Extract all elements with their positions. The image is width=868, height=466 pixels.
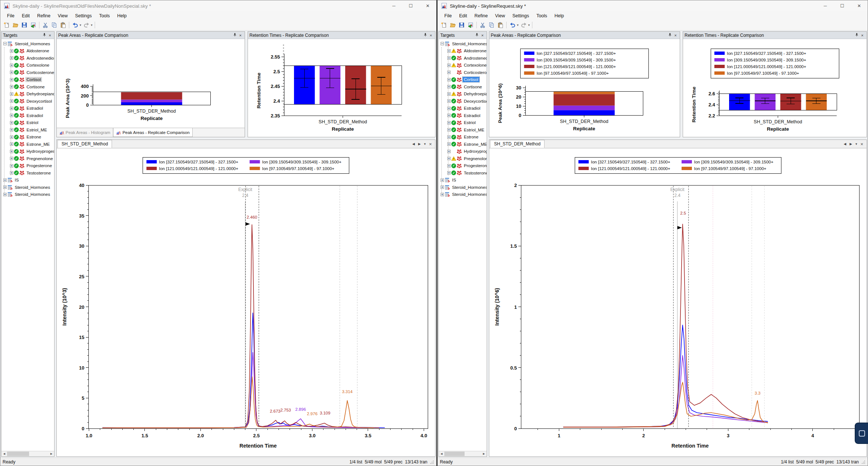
target-row[interactable]: Aldosterone [439,47,487,55]
undo-dropdown-icon[interactable]: ▾ [517,23,519,27]
target-row[interactable]: ✓Estrone [1,134,54,141]
close-button[interactable]: ✕ [851,0,868,11]
expand-box-icon[interactable] [447,49,451,53]
scroll-left-icon[interactable]: ◀ [1,451,7,456]
target-row[interactable]: ✓Estrone_ME [1,141,54,148]
import-results-icon[interactable] [466,21,475,29]
target-label[interactable]: Aldosterone [25,48,50,53]
retention-times-chart[interactable]: Ion [327.150549/327.150549] - 327.1500+I… [683,39,867,137]
expand-box-icon[interactable] [447,107,451,110]
scroll-left-icon[interactable]: ◀ [439,451,444,456]
target-label[interactable]: Estrone [25,134,42,140]
target-row[interactable]: ✓Estriol_ME [1,126,54,134]
target-row[interactable]: ✓Deoxycortisol [439,98,487,105]
peak-areas-plot[interactable]: Ion [327.150549/327.150549] - 327.1500+I… [489,39,680,137]
target-label[interactable]: Cortisone [463,84,483,89]
target-root-row[interactable]: Steroid_Hormones [1,40,54,47]
target-row[interactable]: ✓Estriol_ME [439,126,487,134]
expand-box-icon[interactable] [10,99,13,103]
copy-icon[interactable] [50,21,59,29]
target-label[interactable]: Testosterone [25,170,52,176]
expand-box-icon[interactable] [447,171,451,174]
target-label[interactable]: Estriol_ME [463,127,486,133]
menu-tools[interactable]: Tools [95,13,113,18]
target-row[interactable]: Hydroxyprogester [439,148,487,155]
target-row[interactable]: Pregnenolone [439,155,487,162]
target-row[interactable]: ✓Estradiol [1,112,54,119]
target-list-label[interactable]: Steroid_Hormones [451,185,487,190]
menu-settings[interactable]: Settings [71,13,95,18]
expand-box-icon[interactable] [447,64,451,67]
close-button[interactable]: ✕ [419,0,436,11]
target-label[interactable]: Cortisol [463,77,479,82]
chromatogram-plot[interactable]: Ion [327.150549/327.150549] - 327.1500+I… [57,148,435,456]
retention-times-plot[interactable]: Ion [327.150549/327.150549] - 327.1500+I… [683,39,867,137]
pin-icon[interactable] [667,33,673,38]
target-list-label[interactable]: Steroid_Hormones [14,192,51,197]
tab-menu-icon[interactable]: ▾ [855,142,857,146]
title-bar[interactable]: Skyline-daily - SkylineRequest.sky * ─ ☐… [438,0,868,11]
menu-help[interactable]: Help [551,13,568,18]
target-list-label[interactable]: IS [14,177,20,183]
close-icon[interactable]: × [428,33,434,38]
target-label[interactable]: Estrone [463,134,480,140]
menu-file[interactable]: File [3,13,18,18]
target-row[interactable]: ✓Cortisone [439,83,487,91]
target-label[interactable]: Corticosterone [463,70,487,75]
target-row[interactable]: Dehydroepiandros [439,91,487,98]
tab-replicate[interactable]: SH_STD_DER_Method [57,140,112,148]
expand-box-icon[interactable] [441,193,444,196]
expand-box-icon[interactable] [447,121,451,124]
redo-dropdown-icon[interactable]: ▾ [91,23,93,27]
target-list-row[interactable]: IS [1,177,54,184]
redo-icon[interactable] [519,21,528,29]
target-list-row[interactable]: IS [439,177,487,184]
menu-refine[interactable]: Refine [34,13,54,18]
expand-box-icon[interactable] [447,71,451,74]
target-label[interactable]: Cortexolone [25,63,50,68]
menu-view[interactable]: View [491,13,509,18]
tab-peak-areas-histogram[interactable]: Peak Areas - Histogram [57,128,113,137]
target-label[interactable]: Estradiol [25,113,44,118]
close-icon[interactable]: × [673,33,678,38]
expand-box-icon[interactable] [10,71,13,74]
target-row[interactable]: Corticosterone [439,69,487,76]
menu-refine[interactable]: Refine [471,13,491,18]
peak-areas-chart[interactable]: Ion [327.150549/327.150549] - 327.1500+I… [489,39,680,137]
tab-scroll-left-icon[interactable]: ◀ [412,142,415,146]
target-row[interactable]: ✓Estrone [439,134,487,141]
target-row[interactable]: ✓Cortexolone [1,62,54,69]
targets-panel-header[interactable]: Targets × [1,32,54,39]
target-list-row[interactable]: Steroid_Hormones [1,184,54,191]
target-label[interactable]: Estrone_ME [25,142,51,147]
resize-grip[interactable] [862,460,865,464]
paste-icon[interactable] [496,21,505,29]
title-bar[interactable]: Skyline-daily - SkylineRequestOldFilesNe… [0,0,436,11]
expand-box-icon[interactable] [441,186,444,189]
expand-box-icon[interactable] [10,92,13,96]
target-list-row[interactable]: Steroid_Hormones [439,184,487,191]
import-results-icon[interactable] [29,21,38,29]
tab-peak-areas-replicate-comparison[interactable]: Peak Areas - Replicate Comparison [113,128,192,137]
menu-file[interactable]: File [441,13,455,18]
target-row[interactable]: ✓Aldosterone [1,47,54,55]
target-list-label[interactable]: Steroid_Hormones [14,185,51,190]
new-document-icon[interactable] [440,21,448,29]
undo-dropdown-icon[interactable]: ▾ [80,23,81,27]
target-label[interactable]: Deoxycortisol [463,99,487,104]
retention-times-chart[interactable]: 2.352.42.452.52.55SH_STD_DER_MethodRepli… [248,39,435,137]
menu-edit[interactable]: Edit [18,13,34,18]
maximize-button[interactable]: ☐ [402,0,419,11]
expand-box-icon[interactable] [10,107,13,110]
expand-box-icon[interactable] [10,164,13,167]
targets-horizontal-scrollbar[interactable]: ◀ ▶ [439,451,487,456]
expand-box-icon[interactable] [447,157,451,160]
close-icon[interactable]: × [860,33,865,38]
save-icon[interactable] [457,21,466,29]
target-label[interactable]: Dehydroepiandros [463,91,487,96]
menu-settings[interactable]: Settings [509,13,533,18]
target-label[interactable]: Estradiol [463,113,482,118]
target-root-label[interactable]: Steroid_Hormones [14,41,51,46]
expand-box-icon[interactable] [441,179,444,182]
target-row[interactable]: ✓Cortisone [1,83,54,91]
